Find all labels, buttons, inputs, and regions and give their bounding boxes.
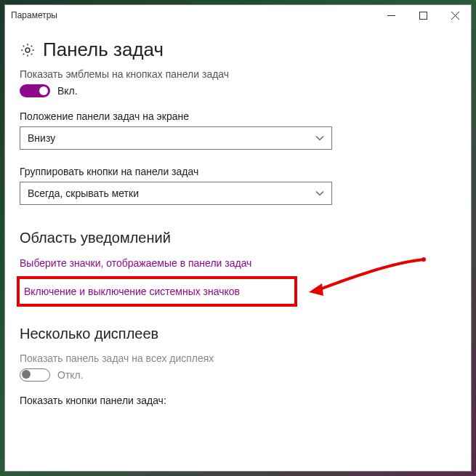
titlebar: Параметры: [5, 5, 471, 25]
select-icons-link[interactable]: Выберите значки, отображаемые в панели з…: [20, 257, 251, 269]
svg-rect-1: [419, 12, 427, 19]
annotation-arrow: [307, 256, 431, 307]
system-icons-link[interactable]: Включение и выключение системных значков: [24, 286, 240, 297]
maximize-button[interactable]: [407, 5, 439, 25]
multi-display-heading: Несколько дисплеев: [20, 326, 456, 342]
position-label: Положение панели задач на экране: [20, 110, 456, 122]
position-value: Внизу: [28, 132, 55, 144]
chevron-down-icon: [315, 134, 324, 142]
emblem-label: Показать эмблемы на кнопках панели задач: [20, 68, 456, 80]
emblem-toggle[interactable]: [20, 84, 50, 97]
emblem-toggle-row: Вкл.: [20, 84, 456, 97]
show-all-displays-label: Показать панель задач на всех дисплеях: [20, 352, 456, 364]
highlight-box: Включение и выключение системных значков: [17, 276, 297, 307]
settings-window: Параметры Панель задач Показать эмблемы …: [4, 4, 472, 472]
group-label: Группировать кнопки на панели задач: [20, 166, 456, 177]
svg-point-4: [25, 48, 30, 52]
highlighted-link-wrap: Включение и выключение системных значков: [17, 276, 456, 307]
show-all-displays-state: Откл.: [57, 369, 84, 381]
content-area: Панель задач Показать эмблемы на кнопках…: [5, 25, 471, 471]
page-title: Панель задач: [43, 39, 164, 61]
minimize-button[interactable]: [375, 5, 407, 25]
svg-marker-5: [309, 283, 323, 296]
show-all-displays-toggle-row: Откл.: [20, 368, 456, 382]
window-title: Параметры: [11, 10, 57, 20]
notification-area-heading: Область уведомлений: [20, 230, 456, 246]
close-button[interactable]: [439, 5, 471, 25]
page-header: Панель задач: [20, 39, 456, 61]
show-all-displays-toggle: [20, 368, 50, 382]
emblem-state: Вкл.: [57, 85, 78, 97]
show-buttons-label: Показать кнопки панели задач:: [20, 395, 456, 406]
chevron-down-icon: [315, 189, 324, 198]
position-select[interactable]: Внизу: [20, 126, 332, 150]
gear-icon: [20, 42, 36, 58]
svg-point-6: [421, 257, 426, 262]
group-select[interactable]: Всегда, скрывать метки: [20, 182, 332, 205]
group-value: Всегда, скрывать метки: [28, 187, 139, 199]
